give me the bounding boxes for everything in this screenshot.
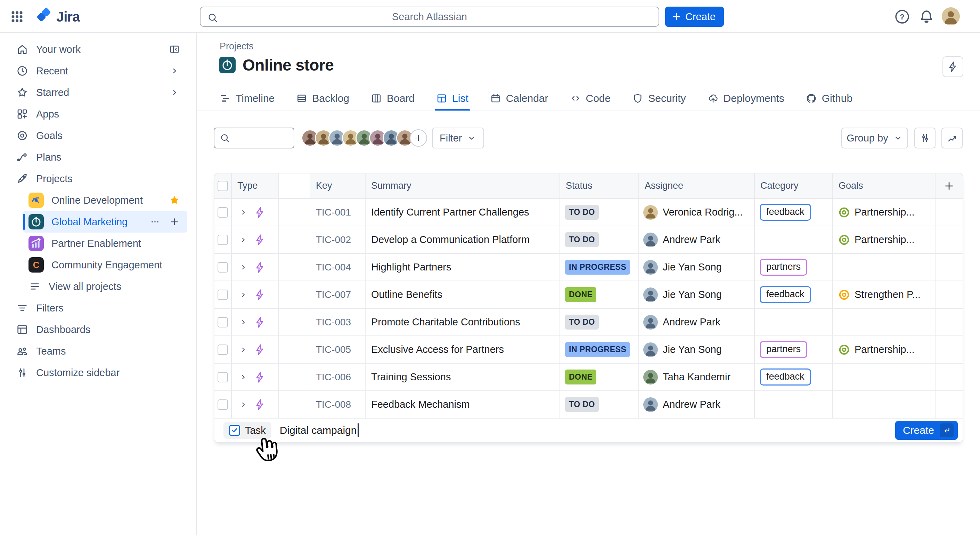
sidebar-item-teams[interactable]: Teams [13,340,187,362]
row-checkbox[interactable] [218,290,228,300]
row-checkbox[interactable] [218,207,228,218]
star-filled-icon[interactable] [169,195,180,205]
group-by-button[interactable]: Group by [842,127,908,148]
jira-logo[interactable]: Jira [35,8,80,26]
goals-cell[interactable]: Strengthen P... [833,281,935,308]
tab-list[interactable]: List [436,86,469,111]
issue-row-tic-003[interactable]: TIC-003 Promote Charitable Contributions… [215,309,963,336]
assignee-cell[interactable]: Jie Yan Song [639,254,755,280]
goals-cell[interactable] [833,309,935,336]
expand-chevron-icon[interactable] [239,263,248,272]
insights-chart-button[interactable] [942,127,963,148]
assignee-cell[interactable]: Veronica Rodrig... [639,199,755,226]
row-checkbox[interactable] [218,262,228,272]
global-search[interactable] [200,6,659,27]
sidebar-item-apps[interactable]: Apps [13,103,187,125]
expand-chevron-icon[interactable] [239,208,248,217]
column-header-key[interactable]: Key [310,174,366,198]
breadcrumb[interactable]: Projects [220,41,254,52]
column-header-summary[interactable]: Summary [366,174,560,198]
expand-chevron-icon[interactable] [239,318,248,327]
sidebar-item-projects[interactable]: Projects [13,168,187,189]
status-cell[interactable]: IN PROGRESS [560,336,639,363]
sidebar-item-partner-enablement[interactable]: Partner Enablement [23,232,187,254]
expand-chevron-icon[interactable] [239,345,248,354]
category-cell[interactable]: partners [755,254,833,280]
expand-chevron-icon[interactable] [239,290,248,299]
row-checkbox[interactable] [218,372,228,382]
goals-cell[interactable] [833,254,935,280]
issue-row-tic-007[interactable]: TIC-007 Outline Benefits DONE Jie Yan So… [215,281,963,309]
global-search-input[interactable] [200,11,659,23]
plus-icon[interactable] [169,217,180,227]
category-cell[interactable] [755,226,833,253]
status-cell[interactable]: DONE [560,364,639,390]
add-column-button[interactable] [935,174,963,198]
sidebar-item-community-engagement[interactable]: CCommunity Engagement [23,254,187,275]
select-all-checkbox[interactable] [218,181,228,191]
category-cell[interactable]: feedback [755,364,833,390]
issue-row-tic-008[interactable]: TIC-008 Feedback Mechanism TO DO Andrew … [215,391,963,419]
status-cell[interactable]: DONE [560,281,639,308]
assignee-cell[interactable]: Andrew Park [639,226,755,253]
goals-cell[interactable] [833,364,935,390]
row-checkbox[interactable] [218,344,228,355]
sidebar-item-starred[interactable]: Starred [13,82,187,103]
issue-row-tic-002[interactable]: TIC-002 Develop a Communication Platform… [215,226,963,254]
sidebar-item-view-all-projects[interactable]: View all projects [23,275,187,297]
dots-icon[interactable] [150,217,160,227]
tab-timeline[interactable]: Timeline [219,86,275,111]
tab-code[interactable]: Code [569,86,612,111]
row-checkbox[interactable] [218,317,228,328]
category-cell[interactable]: feedback [755,199,833,226]
list-search-input[interactable] [234,132,286,144]
tab-backlog[interactable]: Backlog [295,86,350,111]
row-checkbox[interactable] [218,400,228,410]
assignee-cell[interactable]: Jie Yan Song [639,336,755,363]
list-search[interactable] [214,127,294,148]
tab-deployments[interactable]: Deployments [707,86,785,111]
goals-cell[interactable]: Partnership... [833,226,935,253]
sidebar-item-recent[interactable]: Recent [13,60,187,82]
status-cell[interactable]: TO DO [560,199,639,226]
sidebar-item-online-development[interactable]: Online Development [23,189,187,211]
sidebar-item-filters[interactable]: Filters [13,297,187,319]
sidebar-item-customize-sidebar[interactable]: Customize sidebar [13,362,187,384]
issue-row-tic-004[interactable]: TIC-004 Highlight Partners IN PROGRESS J… [215,254,963,281]
category-cell[interactable] [755,391,833,418]
goals-cell[interactable] [833,391,935,418]
app-switcher-icon[interactable] [10,10,24,24]
sidebar-item-global-marketing[interactable]: Global Marketing [23,211,187,232]
collapse-panel-icon[interactable] [169,44,180,54]
global-create-button[interactable]: Create [665,6,724,27]
filter-button[interactable]: Filter [432,127,484,148]
column-header-assignee[interactable]: Assignee [639,174,755,198]
expand-chevron-icon[interactable] [239,400,248,409]
sidebar-item-plans[interactable]: Plans [13,146,187,168]
help-icon[interactable]: ? [894,8,910,25]
tab-board[interactable]: Board [370,86,415,111]
assignee-cell[interactable]: Taha Kandemir [639,364,755,390]
issue-row-tic-001[interactable]: TIC-001 Identify Current Partner Challen… [215,199,963,226]
category-cell[interactable]: partners [755,336,833,363]
sidebar-item-goals[interactable]: Goals [13,125,187,146]
assignee-cell[interactable]: Andrew Park [639,391,755,418]
view-settings-button[interactable] [914,127,935,148]
status-cell[interactable]: TO DO [560,309,639,336]
status-cell[interactable]: TO DO [560,391,639,418]
assignee-cell[interactable]: Andrew Park [639,309,755,336]
issue-row-tic-006[interactable]: TIC-006 Training Sessions DONE Taha Kand… [215,364,963,391]
column-header-type[interactable]: Type [232,174,279,198]
category-cell[interactable]: feedback [755,281,833,308]
new-issue-summary-input[interactable]: Digital campaign [280,424,359,437]
assignee-cell[interactable]: Jie Yan Song [639,281,755,308]
column-header-goals[interactable]: Goals [833,174,935,198]
notifications-bell-icon[interactable] [918,8,935,25]
sidebar-item-dashboards[interactable]: Dashboards [13,319,187,340]
tab-github[interactable]: Github [805,86,853,111]
goals-cell[interactable]: Partnership... [833,199,935,226]
tab-security[interactable]: Security [632,86,686,111]
sidebar-item-your-work[interactable]: Your work [13,38,187,60]
issue-row-tic-005[interactable]: TIC-005 Exclusive Access for Partners IN… [215,336,963,364]
expand-chevron-icon[interactable] [239,235,248,244]
